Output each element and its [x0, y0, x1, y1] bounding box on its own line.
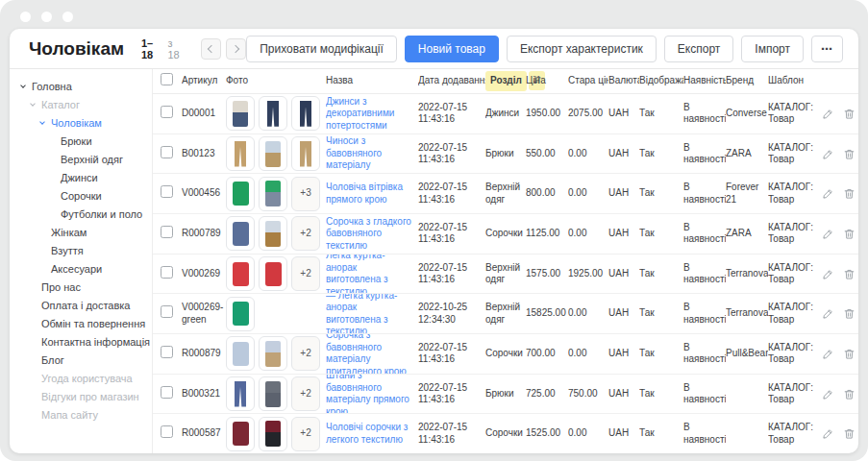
export-characteristics-button[interactable]: Експорт характеристик	[507, 36, 657, 62]
delete-icon[interactable]	[843, 187, 856, 200]
column-header-section[interactable]: Розділ⇵	[485, 71, 526, 91]
sidebar-item-trousers[interactable]: Брюки	[10, 132, 152, 150]
sidebar-item-shoes[interactable]: Взуття	[10, 241, 152, 259]
column-header-name[interactable]: Назва	[326, 75, 418, 87]
row-checkbox[interactable]	[161, 226, 173, 238]
delete-icon[interactable]	[843, 108, 856, 120]
product-photo[interactable]	[259, 256, 287, 291]
column-header-template[interactable]: Шаблон	[768, 75, 822, 87]
sidebar-item-payment-delivery[interactable]: Оплата і доставка	[10, 296, 152, 314]
row-checkbox[interactable]	[161, 305, 173, 318]
delete-icon[interactable]	[843, 427, 856, 440]
column-header-date[interactable]: Дата додавання	[418, 75, 485, 87]
sidebar-item-store-reviews[interactable]: Відгуки про магазин	[10, 387, 152, 405]
product-name-link[interactable]: Джинси з декоративними потертостями	[326, 96, 412, 133]
product-photo[interactable]	[226, 177, 255, 211]
edit-icon[interactable]	[822, 427, 834, 440]
column-header-price[interactable]: Ціна	[526, 75, 568, 87]
column-header-photo[interactable]: Фото	[226, 75, 326, 87]
product-name-link[interactable]: Чоловічі сорочки з легкого текстилю	[326, 422, 412, 446]
edit-icon[interactable]	[822, 228, 834, 240]
export-button[interactable]: Експорт	[664, 36, 733, 62]
sidebar-item-shirts[interactable]: Сорочки	[10, 186, 152, 205]
product-photo[interactable]	[259, 96, 287, 131]
more-photos-badge[interactable]: +3	[291, 177, 320, 211]
edit-icon[interactable]	[822, 268, 834, 280]
column-header-brand[interactable]: Бренд	[726, 75, 768, 87]
row-checkbox[interactable]	[161, 106, 173, 118]
sidebar-item-exchange-return[interactable]: Обмін та повернення	[10, 314, 152, 332]
edit-icon[interactable]	[822, 148, 834, 160]
product-photo[interactable]	[226, 336, 255, 371]
edit-icon[interactable]	[822, 187, 834, 200]
sidebar-item-jeans[interactable]: Джинси	[10, 168, 152, 186]
more-photos-badge[interactable]: +2	[291, 417, 320, 451]
product-photo[interactable]	[291, 136, 320, 171]
pagination-prev-button[interactable]	[201, 38, 221, 60]
more-photos-badge[interactable]: +2	[291, 256, 320, 291]
sidebar-item-outerwear[interactable]: Верхній одяг	[10, 150, 152, 168]
product-name-link[interactable]: Сорочка з бавовняного матеріалу притален…	[326, 334, 412, 375]
sidebar-item-accessories[interactable]: Аксесуари	[10, 259, 152, 278]
product-name-link[interactable]: — Легка куртка-анорак виготовлена з текс…	[326, 294, 412, 334]
delete-icon[interactable]	[843, 388, 856, 400]
sidebar-item-about-us[interactable]: Про нас	[10, 278, 152, 296]
row-checkbox[interactable]	[161, 346, 173, 358]
column-header-old-price[interactable]: Стара ціна	[568, 75, 608, 87]
more-photos-badge[interactable]: +2	[291, 376, 320, 411]
sidebar-item-men[interactable]: Чоловікам	[10, 113, 152, 132]
row-checkbox[interactable]	[161, 146, 173, 158]
product-photo[interactable]	[259, 177, 287, 211]
product-name-link[interactable]: Чиноси з бавовняного матеріалу	[326, 135, 412, 172]
product-photo[interactable]	[226, 256, 255, 291]
product-photo[interactable]	[259, 216, 287, 251]
row-checkbox[interactable]	[161, 425, 173, 438]
sidebar-item-women[interactable]: Жінкам	[10, 223, 152, 241]
more-photos-badge[interactable]: +2	[291, 336, 320, 371]
delete-icon[interactable]	[843, 228, 856, 240]
sidebar-item-user-agreement[interactable]: Угода користувача	[10, 369, 152, 387]
sidebar-item-sitemap[interactable]: Мапа сайту	[10, 405, 152, 424]
product-name-link[interactable]: Чоловіча вітрівка прямого крою	[326, 182, 412, 206]
row-checkbox[interactable]	[161, 386, 173, 399]
window-control-dot[interactable]	[20, 12, 31, 22]
product-photo[interactable]	[226, 96, 255, 131]
product-name-link[interactable]: Сорочка з гладкого бавовняного текстилю	[326, 216, 412, 253]
product-photo[interactable]	[291, 96, 320, 131]
product-photo[interactable]	[259, 136, 287, 171]
pagination-next-button[interactable]	[226, 38, 246, 60]
window-control-dot[interactable]	[41, 12, 52, 22]
product-photo[interactable]	[259, 417, 287, 451]
new-product-button[interactable]: Новий товар	[405, 36, 499, 62]
edit-icon[interactable]	[822, 108, 834, 120]
sidebar-item-contact-info[interactable]: Контактна інформація	[10, 332, 152, 351]
row-checkbox[interactable]	[161, 266, 173, 279]
delete-icon[interactable]	[843, 268, 856, 280]
edit-icon[interactable]	[822, 348, 834, 360]
column-header-currency[interactable]: Валюта	[608, 75, 639, 87]
product-photo[interactable]	[259, 336, 287, 371]
delete-icon[interactable]	[843, 307, 856, 320]
more-actions-button[interactable]: ⋯	[811, 36, 843, 62]
product-photo[interactable]	[226, 216, 255, 251]
sidebar-item-tshirts-polo[interactable]: Футболки и поло	[10, 205, 152, 223]
delete-icon[interactable]	[843, 348, 856, 360]
product-photo[interactable]	[226, 417, 255, 451]
row-checkbox[interactable]	[161, 185, 173, 198]
product-photo[interactable]	[226, 136, 255, 171]
product-photo[interactable]	[226, 376, 255, 411]
column-header-article[interactable]: Артикул	[182, 75, 226, 87]
hide-modifications-button[interactable]: Приховати модифікації	[246, 36, 397, 62]
delete-icon[interactable]	[843, 148, 856, 160]
column-header-display[interactable]: Відображати	[639, 75, 683, 87]
product-photo[interactable]	[226, 297, 255, 331]
window-control-dot[interactable]	[62, 12, 73, 22]
sidebar-item-home[interactable]: Головна	[10, 77, 152, 95]
edit-icon[interactable]	[822, 388, 834, 400]
edit-icon[interactable]	[822, 307, 834, 320]
sidebar-item-catalog[interactable]: Каталог	[10, 95, 152, 113]
product-name-link[interactable]: Штани з бавовняного матеріалу прямого кр…	[326, 375, 412, 415]
column-header-availability[interactable]: Наявність	[683, 75, 726, 87]
product-photo[interactable]	[259, 376, 287, 411]
sidebar-item-blog[interactable]: Блог	[10, 351, 152, 369]
